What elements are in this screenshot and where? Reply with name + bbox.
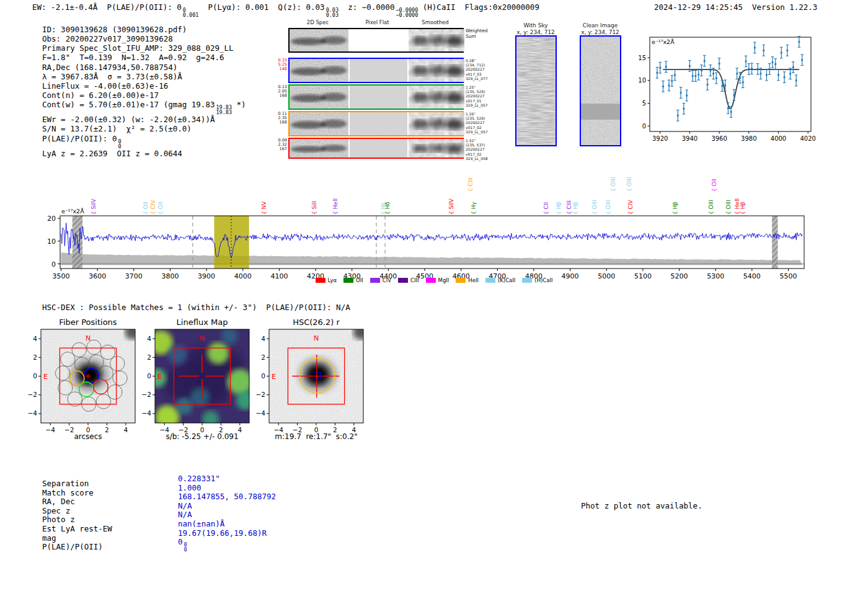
info-line: Obs: 20200227v017_3090139628 — [42, 34, 246, 43]
match-value: 168.147855, 50.788792 — [178, 492, 276, 502]
legend-swatch — [398, 278, 408, 283]
svg-text:5100: 5100 — [634, 272, 652, 280]
svg-text:4000: 4000 — [771, 135, 786, 141]
svg-text:3600: 3600 — [89, 272, 106, 280]
spec2d-row-right-labels: WeightedSum — [466, 29, 495, 39]
svg-text:3900: 3900 — [198, 272, 215, 280]
stacked-fraction: 0.030.03 — [326, 7, 339, 17]
spec2d-strip — [290, 29, 348, 51]
legend-label: CIV — [383, 277, 391, 283]
hsc-xlabel: m:19.7 re:1.7" s:0.2" — [254, 432, 378, 441]
svg-text:−4: −4 — [28, 409, 38, 417]
legend-item: HeII — [456, 277, 479, 283]
match-table-values: 0.228331"1.000168.147855, 50.788792N/AN/… — [178, 474, 276, 552]
match-value: N/A — [178, 502, 276, 511]
legend-label: (K)CaII — [498, 277, 515, 283]
with-sky-coords: x, y: 234, 712 — [516, 29, 555, 35]
info-line: λ = 3967.83Å σ = 3.73(±0.58)Å — [42, 72, 246, 81]
emission-label-OII: { OII — [143, 202, 149, 215]
lineflux-xlabel: s/b: -5.25 +/- 0.091 — [140, 432, 264, 441]
legend-swatch — [456, 278, 466, 283]
legend-label: (H)CaII — [534, 277, 552, 283]
col-header-2d-spec: 2D Spec — [288, 19, 347, 25]
emission-label-OIII: { OIII — [725, 200, 732, 215]
legend-item: CIII — [398, 277, 418, 283]
emission-label-OIII: { OIII — [708, 200, 714, 215]
match-label: RA, Dec — [42, 497, 112, 507]
legend-swatch — [522, 278, 532, 283]
header-timestamp-version: 2024-12-29 14:25:45 Version 1.22.3 — [654, 2, 817, 12]
svg-text:0: 0 — [642, 123, 646, 130]
spec2d-row — [288, 84, 464, 110]
spec2d-row-right-labels: 1.25"(235, 529)20200227v017_01329_LL_057 — [466, 85, 495, 107]
emission-label-CIII: { CIII — [467, 177, 474, 192]
svg-text:3800: 3800 — [161, 272, 179, 280]
match-label: Est LyA rest-EW — [42, 525, 112, 534]
legend-item: MgII — [426, 277, 450, 283]
hsc-dex-match-line: HSC-DEX : Possible Matches = 1 (within +… — [42, 303, 350, 312]
spec2d-strip — [350, 86, 407, 109]
emission-label-CIV: { CIV — [150, 200, 156, 215]
emission-label-OII: { OII — [711, 179, 717, 192]
emission-label-Hβ: { Hβ — [572, 202, 578, 215]
match-label: Separation — [42, 479, 112, 489]
legend-item: CIV — [370, 277, 391, 283]
svg-text:E: E — [43, 373, 48, 381]
emission-label-CII: { CII — [543, 202, 549, 215]
spec2d-row-left-labels: 0.132.05168 — [275, 85, 287, 98]
emission-label-OIII: { OIII — [626, 177, 632, 192]
with-sky-title: With Sky x, y: 234, 712 — [511, 22, 560, 36]
svg-text:0: 0 — [51, 260, 56, 269]
info-line: RA,Dec (168.147934,50.788754) — [42, 63, 246, 72]
info-line: P(LAE)/P(OII): 000 — [42, 134, 246, 149]
emission-label-HeII: { HeII — [332, 198, 339, 215]
spectrum-ylabel: e⁻¹⁷x2Å — [61, 208, 84, 215]
stacked-fraction: 19.8319.83 — [216, 105, 232, 115]
match-label: P(LAE)/P(OII) — [42, 543, 112, 552]
match-value: 000 — [178, 538, 276, 552]
inset-ylabel: e⁻¹⁷x2Å — [652, 38, 675, 45]
svg-text:10: 10 — [47, 238, 56, 246]
match-label: Photo z — [42, 515, 112, 525]
spec2d-row — [288, 28, 464, 53]
svg-text:3980: 3980 — [741, 135, 756, 141]
svg-text:E: E — [157, 373, 162, 381]
sky-image-box — [580, 35, 621, 146]
svg-text:5300: 5300 — [707, 272, 724, 280]
legend-label: OII — [356, 277, 363, 283]
spec2d-strip — [290, 59, 348, 82]
stacked-fraction: 00 — [184, 542, 187, 552]
spec2d-strip — [409, 29, 464, 51]
emission-label-OIII: { OIII — [610, 177, 616, 192]
inset-chart-svg: 051015392039403960398040004020e⁻¹⁷x2Å — [632, 30, 843, 141]
info-line: Primary Spec_Slot_IFU_AMP: 329_088_029_L… — [42, 43, 246, 53]
svg-text:5200: 5200 — [671, 272, 688, 280]
info-line: S/N = 13.7(±2.1) χ² = 2.5(±0.0) — [42, 124, 246, 133]
info-line: Cont(n) = 6.20(±0.00)e-17 — [42, 91, 246, 100]
svg-text:−2: −2 — [28, 391, 37, 398]
svg-text:4020: 4020 — [800, 135, 816, 141]
svg-text:4: 4 — [33, 335, 37, 342]
spec2d-row-left-labels: 0.112.35168 — [275, 112, 287, 125]
lineflux-panel-svg: NE−4−2024420−2−4 — [136, 313, 260, 443]
emission-label-OII: { OII — [157, 202, 164, 215]
emission-label-OIII: { OIII — [591, 200, 598, 215]
stacked-fraction: 00 — [118, 139, 121, 149]
match-value: nan(±nan)Å — [178, 520, 276, 529]
svg-text:−2: −2 — [256, 391, 265, 398]
svg-text:5: 5 — [642, 100, 646, 107]
svg-text:3940: 3940 — [682, 135, 698, 141]
info-line: LineFlux = -4.00(±0.63)e-16 — [42, 81, 246, 91]
emission-label-SiII: { SiII — [311, 201, 317, 215]
col-header-pixel-flat: Pixel Flat — [348, 19, 406, 25]
match-value: N/A — [178, 510, 276, 520]
svg-text:2: 2 — [261, 353, 265, 361]
info-line: LyA z = 2.2639 OII z = 0.0644 — [42, 149, 246, 158]
match-label: mag — [42, 534, 112, 543]
legend-item: (K)CaII — [485, 277, 515, 283]
legend-label: MgII — [438, 277, 450, 283]
svg-text:−2: −2 — [142, 391, 151, 398]
legend-swatch — [485, 278, 495, 283]
svg-text:E: E — [272, 373, 276, 381]
legend-item: (H)CaII — [522, 277, 552, 283]
